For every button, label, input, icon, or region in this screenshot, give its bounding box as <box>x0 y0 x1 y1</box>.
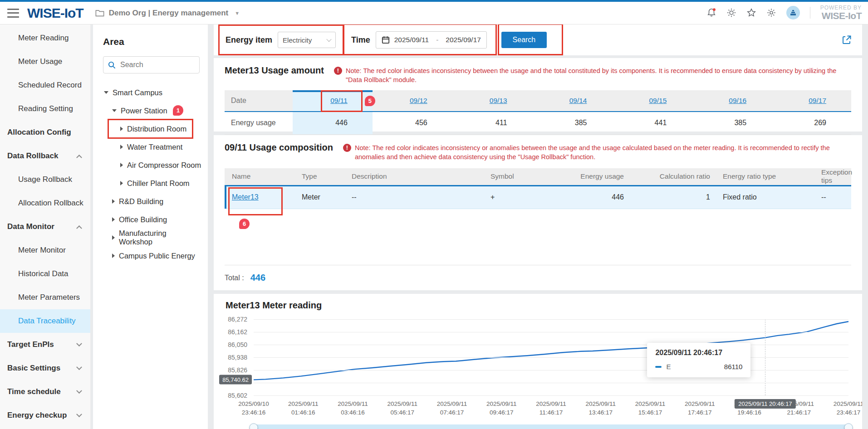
usage-amount-table: Date 09/11 5 09/12 09/13 09/14 09/15 09/… <box>225 90 851 136</box>
sidebar-item-data-traceability[interactable]: Data Traceability <box>0 309 90 333</box>
date-link-0911[interactable]: 09/11 <box>330 97 348 105</box>
search-button-group: Search 4 <box>495 28 553 52</box>
usage-value-0917: 269 <box>771 112 851 134</box>
x-axis-tick-label: 2025/09/1113:46:17 <box>585 400 616 417</box>
triangle-collapsed-icon <box>112 235 115 240</box>
area-search-box[interactable] <box>103 56 200 73</box>
sidebar-item-energy-checkup[interactable]: Energy checkup <box>0 404 90 427</box>
tree-item-rd-building[interactable]: R&D Building <box>99 192 201 210</box>
chart-datazoom-scrollbar[interactable] <box>254 424 848 429</box>
triangle-collapsed-icon <box>120 127 123 131</box>
area-search-input[interactable] <box>119 60 195 69</box>
sidebar-item-historical-data[interactable]: Historical Data <box>0 262 90 286</box>
cell-symbol: + <box>465 193 547 201</box>
powered-by-logo: POWERED BY WISE-IoT <box>820 5 862 21</box>
triangle-collapsed-icon <box>112 199 115 204</box>
triangle-expanded-icon <box>112 109 117 112</box>
gridline <box>254 345 848 345</box>
sidebar-item-usage-rollback[interactable]: Usage Rollback <box>0 168 90 191</box>
tree-item-power-station[interactable]: Power Station 1 <box>99 102 201 120</box>
sidebar-item-data-monitor[interactable]: Data Monitor <box>0 215 90 239</box>
date-cell-0915: 09/15 <box>612 90 691 111</box>
sidebar-item-allocation-config[interactable]: Allocation Config <box>0 121 90 144</box>
tree-item-manufacturing-workshop[interactable]: Manufacturing Workshop <box>99 229 201 247</box>
search-icon <box>108 61 116 69</box>
hamburger-menu-icon[interactable] <box>7 9 19 18</box>
header-type: Type <box>302 172 352 180</box>
energy-item-label: Energy item <box>226 35 272 45</box>
total-value: 446 <box>250 273 265 283</box>
usage-value-0911: 446 <box>293 112 373 134</box>
datazoom-left-handle[interactable] <box>250 423 258 429</box>
triangle-collapsed-icon <box>120 145 123 149</box>
composition-header-row: Name Type Description Symbol Energy usag… <box>225 168 851 186</box>
usage-amount-panel: Meter13 Usage amount ! Note: The red col… <box>214 58 862 132</box>
tree-item-smart-campus[interactable]: Smart Campus <box>99 83 201 102</box>
sidebar-item-basic-settings[interactable]: Basic Settings <box>0 356 90 380</box>
favorite-star-icon[interactable] <box>746 8 756 18</box>
cell-name: Meter13 6 <box>225 193 302 201</box>
tree-item-distribution-room[interactable]: Distribution Room <box>99 120 201 138</box>
meter-reading-chart-panel: Meter13 Meter reading 85,740.62 2025/09/… <box>214 294 862 429</box>
header-calculation-ratio: Calculation ratio <box>624 172 710 180</box>
date-range-picker[interactable]: 2025/09/11 - 2025/09/17 <box>376 31 487 49</box>
triangle-collapsed-icon <box>112 217 115 222</box>
calendar-icon <box>382 36 390 44</box>
triangle-collapsed-icon <box>120 181 123 185</box>
area-panel-title: Area <box>103 36 201 47</box>
tree-item-air-compressor-room[interactable]: Air Compressor Room <box>99 156 201 174</box>
date-link-0917[interactable]: 09/17 <box>809 97 826 105</box>
sidebar-item-meter-reading[interactable]: Meter Reading <box>0 26 90 50</box>
sidebar-item-reading-setting[interactable]: Reading Setting <box>0 97 90 121</box>
gridline <box>254 370 848 370</box>
header-name: Name <box>225 172 302 180</box>
filter-bar: Energy item Electricity 2 Time 2025/09/1… <box>214 24 862 55</box>
org-breadcrumb[interactable]: Demo Org | Energy management ▼ <box>95 9 240 18</box>
open-in-new-window-icon[interactable] <box>841 34 852 45</box>
sidebar-item-scheduled-record[interactable]: Scheduled Record <box>0 73 90 97</box>
settings-gear-icon[interactable] <box>766 8 776 18</box>
tree-item-campus-public-energy[interactable]: Campus Public Energy <box>99 247 201 265</box>
usage-composition-panel: 09/11 Usage composition ! Note: The red … <box>214 135 862 290</box>
date-link-0912[interactable]: 09/12 <box>410 97 427 105</box>
gridline <box>254 332 848 332</box>
notifications-bell-icon[interactable] <box>706 8 716 18</box>
date-range-end: 2025/09/17 <box>446 36 481 44</box>
tooltip-timestamp: 2025/09/11 20:46:17 <box>655 349 742 357</box>
sidebar-item-time-schedule[interactable]: Time schedule <box>0 380 90 404</box>
chart-plot: 85,740.62 2025/09/11 20:46:17 E 86110 86… <box>254 319 848 395</box>
chevron-up-icon <box>76 154 82 160</box>
sidebar-item-allocation-rollback[interactable]: Allocation Rollback <box>0 191 90 215</box>
x-axis-tick-label: 2025/09/1123:46:17 <box>834 400 862 417</box>
usage-value-0916: 385 <box>691 112 771 134</box>
display-brightness-icon[interactable] <box>726 8 736 18</box>
chevron-down-icon: ▼ <box>235 10 240 16</box>
x-axis-tick-label: 2025/09/1111:46:17 <box>536 400 566 417</box>
date-link-0913[interactable]: 09/13 <box>490 97 507 105</box>
tree-item-water-treatment[interactable]: Water Treatment <box>99 138 201 156</box>
date-link-0915[interactable]: 09/15 <box>649 97 667 105</box>
tooltip-series-label: E <box>666 363 671 370</box>
org-breadcrumb-label: Demo Org | Energy management <box>109 9 229 18</box>
energy-item-select[interactable]: Electricity <box>278 32 336 48</box>
usage-value-0913: 411 <box>452 112 532 134</box>
energy-usage-row: Energy usage 446 456 411 385 441 385 269 <box>225 112 851 135</box>
sidebar-item-meter-usage[interactable]: Meter Usage <box>0 50 90 73</box>
sidebar-item-meter-parameters[interactable]: Meter Parameters <box>0 286 90 309</box>
series-marker-icon <box>655 366 662 368</box>
meter-reading-chart-title: Meter13 Meter reading <box>214 294 862 311</box>
sidebar-item-target-enpis[interactable]: Target EnPIs <box>0 333 90 356</box>
composition-row-meter13[interactable]: Meter13 6 Meter -- + 446 1 Fixed ratio -… <box>225 186 851 209</box>
sidebar-item-data-rollback[interactable]: Data Rollback <box>0 144 90 168</box>
usage-amount-title: Meter13 Usage amount <box>225 65 324 76</box>
sidebar-item-meter-monitor[interactable]: Meter Monitor <box>0 239 90 262</box>
search-button[interactable]: Search <box>501 32 547 48</box>
meter13-link[interactable]: Meter13 <box>232 193 259 201</box>
user-avatar[interactable] <box>786 6 800 20</box>
tree-item-office-building[interactable]: Office Building <box>99 210 201 229</box>
datazoom-right-handle[interactable] <box>844 423 853 429</box>
usage-composition-note: ! Note: The red color indicates inconsis… <box>343 142 853 162</box>
date-link-0914[interactable]: 09/14 <box>569 97 587 105</box>
tree-item-chiller-plant-room[interactable]: Chiller Plant Room <box>99 174 201 192</box>
date-link-0916[interactable]: 09/16 <box>729 97 746 105</box>
